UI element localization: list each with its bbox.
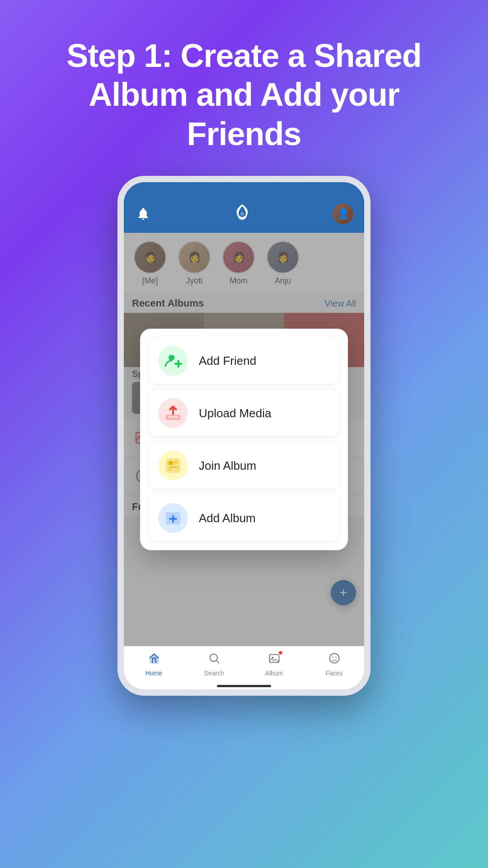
nav-item-search[interactable]: Search xyxy=(184,646,244,682)
nav-item-home[interactable]: Home xyxy=(124,646,184,682)
add-album-label: Add Album xyxy=(199,511,256,525)
headline: Step 1: Create a Shared Album and Add yo… xyxy=(0,0,488,176)
phone-shell: 👤 🧑 [Me] 👩 Jyoti 👩 Mom xyxy=(117,176,371,696)
app-header: 👤 xyxy=(124,198,364,233)
svg-point-0 xyxy=(240,212,244,216)
svg-point-29 xyxy=(335,656,337,658)
app-body: 🧑 [Me] 👩 Jyoti 👩 Mom 👩 Anju xyxy=(124,233,364,646)
svg-rect-15 xyxy=(166,459,180,472)
search-icon xyxy=(208,652,221,668)
modal-card: Add Friend Upload Media xyxy=(140,329,348,550)
add-friend-icon xyxy=(158,346,188,376)
bottom-nav: Home Search Album xyxy=(124,646,364,682)
svg-rect-16 xyxy=(169,461,173,465)
add-album-icon xyxy=(158,503,188,533)
nav-item-faces[interactable]: Faces xyxy=(304,646,364,682)
nav-item-album[interactable]: Album xyxy=(244,646,304,682)
upload-media-icon xyxy=(158,398,188,428)
home-icon xyxy=(148,652,160,668)
svg-point-27 xyxy=(329,654,339,663)
modal-item-add-friend[interactable]: Add Friend xyxy=(149,338,339,384)
header-user-avatar[interactable]: 👤 xyxy=(333,203,353,224)
album-icon xyxy=(268,652,281,668)
svg-point-19 xyxy=(169,469,170,470)
join-album-icon xyxy=(158,451,188,481)
nav-faces-label: Faces xyxy=(325,670,343,677)
svg-point-26 xyxy=(272,657,274,659)
modal-item-join-album[interactable]: Join Album xyxy=(149,443,339,489)
svg-rect-18 xyxy=(169,467,178,468)
join-album-label: Join Album xyxy=(199,459,256,473)
faces-nav-icon xyxy=(328,652,341,668)
svg-point-28 xyxy=(332,656,333,658)
status-bar xyxy=(124,182,364,198)
modal-item-add-album[interactable]: Add Album xyxy=(149,495,339,541)
app-logo xyxy=(231,203,253,225)
svg-rect-17 xyxy=(174,461,178,463)
nav-home-label: Home xyxy=(145,670,162,677)
bell-icon[interactable] xyxy=(135,205,152,222)
svg-point-10 xyxy=(169,355,174,361)
modal-backdrop: Add Friend Upload Media xyxy=(124,233,364,646)
nav-search-label: Search xyxy=(204,670,224,677)
nav-album-label: Album xyxy=(265,670,283,677)
svg-line-24 xyxy=(216,660,219,663)
upload-media-label: Upload Media xyxy=(199,406,271,420)
home-indicator xyxy=(124,682,364,689)
add-friend-label: Add Friend xyxy=(199,354,256,368)
home-bar xyxy=(217,685,271,687)
modal-item-upload-media[interactable]: Upload Media xyxy=(149,390,339,436)
